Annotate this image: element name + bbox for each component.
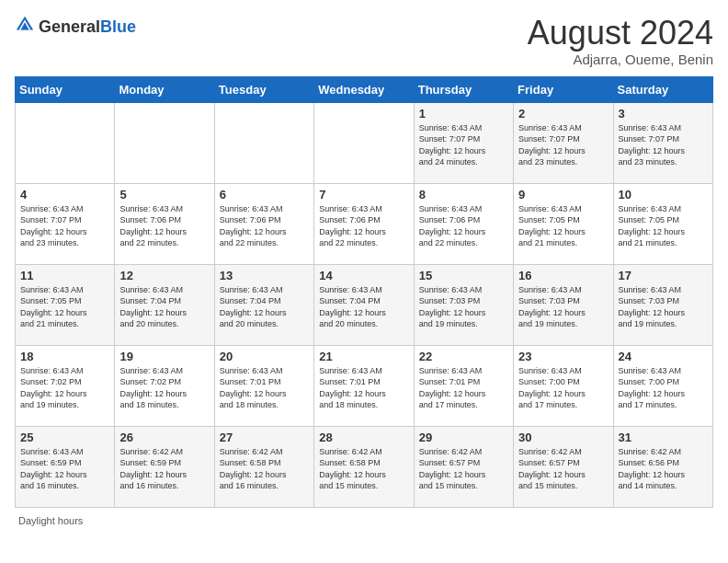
- day-info: Sunrise: 6:42 AM Sunset: 6:59 PM Dayligh…: [119, 446, 209, 492]
- day-info: Sunrise: 6:42 AM Sunset: 6:58 PM Dayligh…: [220, 446, 309, 492]
- day-info: Sunrise: 6:43 AM Sunset: 7:01 PM Dayligh…: [220, 365, 309, 411]
- calendar-cell: 16Sunrise: 6:43 AM Sunset: 7:03 PM Dayli…: [514, 264, 613, 345]
- day-number: 31: [619, 431, 708, 444]
- day-number: 26: [119, 431, 209, 444]
- day-info: Sunrise: 6:43 AM Sunset: 7:04 PM Dayligh…: [119, 284, 209, 330]
- header-cell-friday: Friday: [514, 76, 613, 102]
- day-number: 18: [20, 350, 109, 363]
- calendar-cell: 26Sunrise: 6:42 AM Sunset: 6:59 PM Dayli…: [115, 426, 214, 507]
- calendar-cell: 22Sunrise: 6:43 AM Sunset: 7:01 PM Dayli…: [414, 345, 513, 426]
- week-row-3: 11Sunrise: 6:43 AM Sunset: 7:05 PM Dayli…: [16, 264, 713, 345]
- calendar-cell: 15Sunrise: 6:43 AM Sunset: 7:03 PM Dayli…: [414, 264, 513, 345]
- calendar-cell: 31Sunrise: 6:42 AM Sunset: 6:56 PM Dayli…: [613, 426, 712, 507]
- calendar-cell: 23Sunrise: 6:43 AM Sunset: 7:00 PM Dayli…: [514, 345, 613, 426]
- calendar-cell: 2Sunrise: 6:43 AM Sunset: 7:07 PM Daylig…: [514, 102, 613, 183]
- day-number: 20: [220, 350, 309, 363]
- day-number: 10: [619, 188, 708, 201]
- day-number: 9: [518, 188, 608, 201]
- day-info: Sunrise: 6:42 AM Sunset: 6:57 PM Dayligh…: [518, 446, 608, 492]
- day-info: Sunrise: 6:43 AM Sunset: 7:06 PM Dayligh…: [220, 203, 309, 249]
- day-info: Sunrise: 6:43 AM Sunset: 7:06 PM Dayligh…: [419, 203, 508, 249]
- day-info: Sunrise: 6:43 AM Sunset: 7:07 PM Dayligh…: [619, 122, 708, 168]
- header-row: SundayMondayTuesdayWednesdayThursdayFrid…: [16, 76, 713, 102]
- day-info: Sunrise: 6:43 AM Sunset: 7:05 PM Dayligh…: [619, 203, 708, 249]
- week-row-2: 4Sunrise: 6:43 AM Sunset: 7:07 PM Daylig…: [16, 183, 713, 264]
- day-info: Sunrise: 6:43 AM Sunset: 7:07 PM Dayligh…: [518, 122, 608, 168]
- calendar-cell: 5Sunrise: 6:43 AM Sunset: 7:06 PM Daylig…: [115, 183, 214, 264]
- header-cell-sunday: Sunday: [16, 76, 115, 102]
- day-number: 15: [419, 269, 508, 282]
- calendar-cell: 12Sunrise: 6:43 AM Sunset: 7:04 PM Dayli…: [115, 264, 214, 345]
- day-number: 24: [619, 350, 708, 363]
- day-info: Sunrise: 6:42 AM Sunset: 6:56 PM Dayligh…: [619, 446, 708, 492]
- day-number: 23: [518, 350, 608, 363]
- day-number: 14: [319, 269, 408, 282]
- day-info: Sunrise: 6:43 AM Sunset: 6:59 PM Dayligh…: [20, 446, 109, 492]
- day-number: 6: [220, 188, 309, 201]
- day-number: 17: [619, 269, 708, 282]
- calendar-cell: 28Sunrise: 6:42 AM Sunset: 6:58 PM Dayli…: [314, 426, 414, 507]
- day-info: Sunrise: 6:42 AM Sunset: 6:58 PM Dayligh…: [319, 446, 408, 492]
- calendar-cell: 19Sunrise: 6:43 AM Sunset: 7:02 PM Dayli…: [115, 345, 214, 426]
- day-number: 30: [518, 431, 608, 444]
- calendar-cell: [115, 102, 214, 183]
- calendar-cell: 27Sunrise: 6:42 AM Sunset: 6:58 PM Dayli…: [214, 426, 313, 507]
- day-number: 11: [20, 269, 109, 282]
- day-number: 4: [20, 188, 109, 201]
- day-info: Sunrise: 6:42 AM Sunset: 6:57 PM Dayligh…: [419, 446, 508, 492]
- day-info: Sunrise: 6:43 AM Sunset: 7:01 PM Dayligh…: [319, 365, 408, 411]
- header: GeneralBlue August 2024 Adjarra, Oueme, …: [15, 15, 713, 67]
- day-info: Sunrise: 6:43 AM Sunset: 7:02 PM Dayligh…: [20, 365, 109, 411]
- calendar-cell: [214, 102, 313, 183]
- calendar-cell: 3Sunrise: 6:43 AM Sunset: 7:07 PM Daylig…: [613, 102, 712, 183]
- day-number: 12: [119, 269, 209, 282]
- day-info: Sunrise: 6:43 AM Sunset: 7:00 PM Dayligh…: [518, 365, 608, 411]
- header-cell-saturday: Saturday: [613, 76, 712, 102]
- calendar-cell: 25Sunrise: 6:43 AM Sunset: 6:59 PM Dayli…: [16, 426, 115, 507]
- logo-text-blue: Blue: [100, 18, 136, 35]
- calendar-cell: 9Sunrise: 6:43 AM Sunset: 7:05 PM Daylig…: [514, 183, 613, 264]
- footer-note: Daylight hours: [15, 515, 713, 526]
- calendar-cell: 14Sunrise: 6:43 AM Sunset: 7:04 PM Dayli…: [314, 264, 414, 345]
- calendar-cell: 17Sunrise: 6:43 AM Sunset: 7:03 PM Dayli…: [613, 264, 712, 345]
- day-number: 22: [419, 350, 508, 363]
- day-info: Sunrise: 6:43 AM Sunset: 7:06 PM Dayligh…: [119, 203, 209, 249]
- day-number: 2: [518, 107, 608, 121]
- day-number: 16: [518, 269, 608, 282]
- calendar-cell: 6Sunrise: 6:43 AM Sunset: 7:06 PM Daylig…: [214, 183, 313, 264]
- logo-text-general: General: [39, 18, 100, 35]
- day-info: Sunrise: 6:43 AM Sunset: 7:05 PM Dayligh…: [518, 203, 608, 249]
- calendar-cell: 18Sunrise: 6:43 AM Sunset: 7:02 PM Dayli…: [16, 345, 115, 426]
- week-row-1: 1Sunrise: 6:43 AM Sunset: 7:07 PM Daylig…: [16, 102, 713, 183]
- day-info: Sunrise: 6:43 AM Sunset: 7:02 PM Dayligh…: [119, 365, 209, 411]
- calendar-cell: 24Sunrise: 6:43 AM Sunset: 7:00 PM Dayli…: [613, 345, 712, 426]
- calendar-cell: [314, 102, 414, 183]
- day-info: Sunrise: 6:43 AM Sunset: 7:00 PM Dayligh…: [619, 365, 708, 411]
- week-row-5: 25Sunrise: 6:43 AM Sunset: 6:59 PM Dayli…: [16, 426, 713, 507]
- day-number: 7: [319, 188, 408, 201]
- header-cell-wednesday: Wednesday: [314, 76, 414, 102]
- day-info: Sunrise: 6:43 AM Sunset: 7:07 PM Dayligh…: [20, 203, 109, 249]
- day-number: 5: [119, 188, 209, 201]
- daylight-label: Daylight hours: [18, 515, 83, 526]
- day-info: Sunrise: 6:43 AM Sunset: 7:07 PM Dayligh…: [419, 122, 508, 168]
- calendar-cell: 8Sunrise: 6:43 AM Sunset: 7:06 PM Daylig…: [414, 183, 513, 264]
- calendar-cell: 20Sunrise: 6:43 AM Sunset: 7:01 PM Dayli…: [214, 345, 313, 426]
- calendar-cell: 13Sunrise: 6:43 AM Sunset: 7:04 PM Dayli…: [214, 264, 313, 345]
- day-info: Sunrise: 6:43 AM Sunset: 7:01 PM Dayligh…: [419, 365, 508, 411]
- day-number: 29: [419, 431, 508, 444]
- day-info: Sunrise: 6:43 AM Sunset: 7:03 PM Dayligh…: [619, 284, 708, 330]
- header-cell-tuesday: Tuesday: [214, 76, 313, 102]
- day-number: 3: [619, 107, 708, 121]
- day-info: Sunrise: 6:43 AM Sunset: 7:04 PM Dayligh…: [319, 284, 408, 330]
- calendar-cell: 30Sunrise: 6:42 AM Sunset: 6:57 PM Dayli…: [514, 426, 613, 507]
- calendar-table: SundayMondayTuesdayWednesdayThursdayFrid…: [15, 76, 713, 508]
- calendar-cell: 11Sunrise: 6:43 AM Sunset: 7:05 PM Dayli…: [16, 264, 115, 345]
- day-number: 8: [419, 188, 508, 201]
- calendar-title: August 2024: [528, 15, 713, 52]
- day-info: Sunrise: 6:43 AM Sunset: 7:03 PM Dayligh…: [518, 284, 608, 330]
- calendar-cell: 1Sunrise: 6:43 AM Sunset: 7:07 PM Daylig…: [414, 102, 513, 183]
- calendar-cell: [16, 102, 115, 183]
- day-info: Sunrise: 6:43 AM Sunset: 7:06 PM Dayligh…: [319, 203, 408, 249]
- day-number: 25: [20, 431, 109, 444]
